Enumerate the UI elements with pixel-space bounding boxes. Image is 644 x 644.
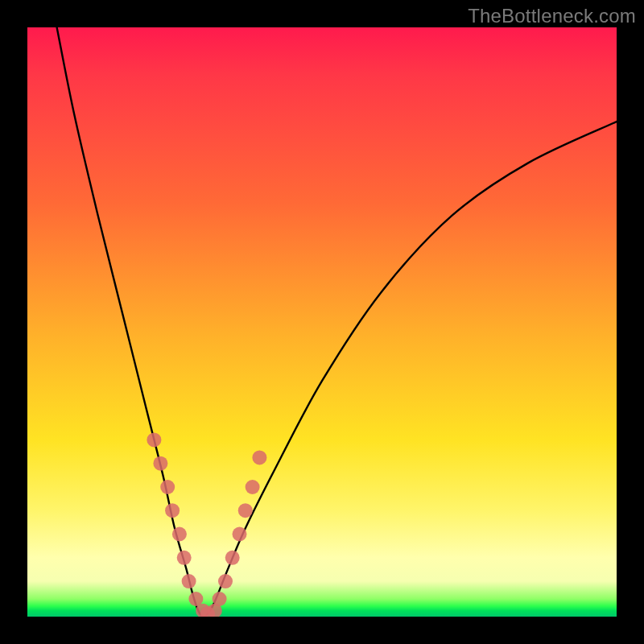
- marker-point: [177, 551, 192, 565]
- marker-point: [182, 574, 196, 588]
- chart-svg: [27, 27, 617, 617]
- marker-point: [218, 574, 233, 588]
- chart-frame: TheBottleneck.com: [0, 0, 644, 644]
- highlighted-points: [147, 432, 266, 617]
- marker-point: [252, 450, 266, 464]
- marker-point: [172, 527, 187, 542]
- marker-point: [213, 592, 227, 606]
- bottleneck-curve: [57, 27, 617, 617]
- marker-point: [246, 480, 260, 494]
- chart-plot-area: [27, 27, 617, 617]
- marker-point: [147, 432, 161, 447]
- marker-point: [153, 456, 167, 471]
- watermark-text: TheBottleneck.com: [468, 5, 636, 27]
- marker-point: [233, 527, 247, 542]
- marker-point: [225, 551, 240, 565]
- marker-point: [238, 503, 253, 518]
- marker-point: [165, 503, 180, 518]
- marker-point: [160, 480, 175, 494]
